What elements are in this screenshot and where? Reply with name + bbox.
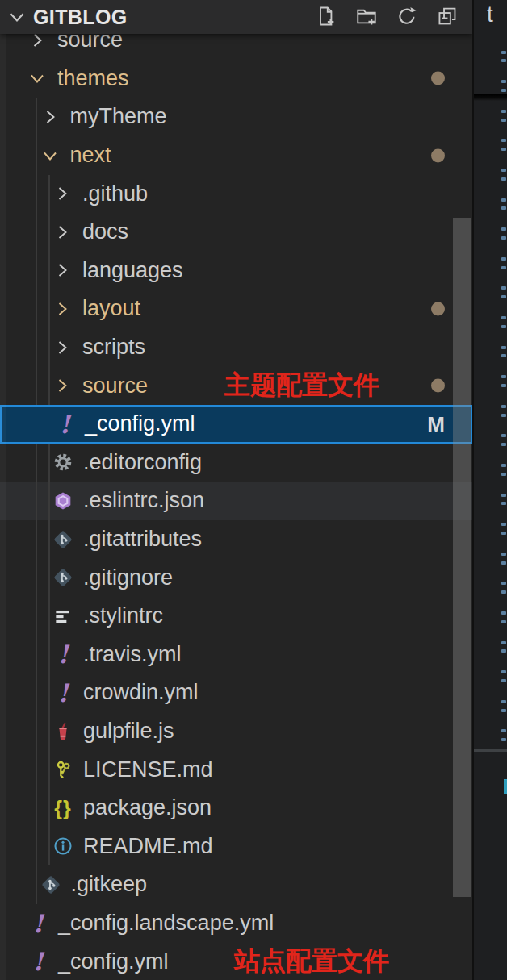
tree-item-label: next [70, 143, 111, 168]
license-icon [52, 759, 73, 780]
code-line-fragment [501, 649, 506, 653]
tree-item-next[interactable]: next [0, 136, 472, 175]
chevron-right-icon[interactable] [40, 107, 60, 127]
code-line-fragment [501, 80, 506, 83]
modified-dot-badge [431, 379, 445, 393]
tree-item-gitignore[interactable]: .gitignore [0, 558, 472, 597]
tree-item-package-json[interactable]: {}package.json [0, 789, 472, 828]
tree-item-label: _config.yml [85, 411, 195, 436]
chevron-down-icon[interactable] [27, 69, 47, 88]
chevron-right-icon[interactable] [52, 184, 72, 203]
tree-item-label: .travis.yml [83, 642, 182, 667]
tree-item-label: .gitkeep [71, 872, 148, 897]
info-icon [52, 836, 73, 857]
code-line-fragment [501, 414, 506, 417]
tree-item-scripts[interactable]: scripts [0, 328, 472, 367]
tree-item-config-yml[interactable]: !_config.ymlM [0, 405, 472, 444]
new-folder-button[interactable] [354, 5, 379, 29]
code-line-fragment [501, 206, 506, 210]
chevron-down-icon[interactable] [6, 6, 27, 27]
explorer-section-title: GITBLOG [33, 6, 128, 29]
modified-dot-badge [431, 72, 445, 85]
refresh-icon [396, 5, 418, 30]
tree-item-layout[interactable]: layout [0, 290, 472, 328]
code-line-fragment [501, 236, 506, 240]
chevron-right-icon[interactable] [52, 299, 72, 319]
tree-item-config-yml[interactable]: !_config.yml站点配置文件 [0, 942, 472, 980]
code-line-fragment [501, 532, 506, 535]
code-line-fragment [501, 110, 506, 113]
tree-item-editorconfig[interactable]: .editorconfig [0, 444, 472, 482]
tree-item-gulpfile-js[interactable]: gulpfile.js [0, 712, 472, 751]
code-line-fragment [501, 561, 506, 565]
code-line-fragment [501, 590, 506, 594]
code-line-fragment [501, 169, 506, 172]
tree-item-config-landscape-yml[interactable]: !_config.landscape.yml [0, 904, 472, 943]
git-icon [40, 874, 61, 895]
collapse-all-button[interactable] [435, 5, 459, 29]
code-line-fragment [501, 227, 506, 231]
red-annotation: 站点配置文件 [234, 944, 389, 979]
code-line-fragment [501, 729, 506, 732]
yaml-icon: ! [52, 644, 73, 665]
tree-item-source[interactable]: source主题配置文件 [0, 366, 472, 405]
file-tree: sourcethemesmyThemenext.githubdocslangua… [0, 0, 472, 980]
refresh-button[interactable] [395, 5, 419, 29]
tree-item-label: docs [82, 219, 128, 244]
tree-item-travis-yml[interactable]: !.travis.yml [0, 636, 472, 674]
editor-area: t [472, 0, 507, 980]
code-line-fragment [501, 523, 506, 526]
sidebar-scrollbar-thumb[interactable] [453, 218, 471, 897]
explorer-sidebar: sourcethemesmyThemenext.githubdocslangua… [0, 0, 472, 980]
tree-item-github[interactable]: .github [0, 174, 472, 213]
tree-item-crowdin-yml[interactable]: !crowdin.yml [0, 673, 472, 712]
tree-item-label: myTheme [70, 104, 167, 129]
tree-item-docs[interactable]: docs [0, 213, 472, 252]
modified-dot-badge [431, 148, 445, 162]
teal-marker [504, 779, 507, 794]
new-file-button[interactable] [314, 5, 338, 29]
code-line-fragment [501, 59, 506, 62]
chevron-right-icon[interactable] [52, 376, 72, 395]
code-line-fragment [501, 295, 506, 298]
code-line-fragment [501, 709, 506, 712]
chevron-right-icon[interactable] [52, 223, 72, 242]
tree-item-license-md[interactable]: LICENSE.md [0, 750, 472, 789]
code-line-fragment [501, 316, 506, 319]
code-line-fragment [501, 257, 506, 261]
code-line-fragment [501, 346, 506, 349]
tree-item-label: README.md [83, 834, 213, 859]
indent-guide [36, 98, 37, 904]
tree-item-themes[interactable]: themes [0, 60, 472, 98]
code-line-fragment [501, 670, 506, 673]
chevron-right-icon[interactable] [52, 338, 72, 357]
tree-item-label: package.json [83, 795, 212, 820]
code-line-fragment [501, 434, 506, 437]
tree-item-label: source [82, 373, 148, 398]
tree-item-gitkeep[interactable]: .gitkeep [0, 865, 472, 904]
git-icon [52, 529, 73, 550]
tab-bar-shadow [474, 94, 507, 101]
tree-item-label: _config.landscape.yml [58, 911, 274, 936]
editor-tab[interactable]: t [487, 2, 493, 27]
tree-item-eslintrc-json[interactable]: .eslintrc.json [0, 482, 472, 520]
code-line-fragment [501, 198, 506, 202]
explorer-section-header[interactable]: GITBLOG [0, 0, 472, 34]
red-annotation: 主题配置文件 [224, 368, 379, 403]
tree-item-label: _config.yml [58, 949, 169, 974]
tree-item-stylintrc[interactable]: .stylintrc [0, 597, 472, 636]
tree-item-languages[interactable]: languages [0, 252, 472, 290]
code-line-fragment [501, 405, 506, 408]
tree-item-mytheme[interactable]: myTheme [0, 98, 472, 136]
new-file-icon [315, 5, 337, 30]
code-line-fragment [501, 266, 506, 269]
tree-item-label: LICENSE.md [83, 757, 213, 782]
tree-item-label: languages [82, 258, 183, 283]
tree-item-gitattributes[interactable]: .gitattributes [0, 520, 472, 559]
chevron-down-icon[interactable] [40, 146, 60, 165]
tree-item-readme-md[interactable]: README.md [0, 828, 472, 866]
git-icon [52, 567, 73, 588]
yaml-icon: ! [54, 414, 75, 435]
chevron-right-icon[interactable] [52, 261, 72, 280]
code-line-fragment [501, 51, 506, 54]
